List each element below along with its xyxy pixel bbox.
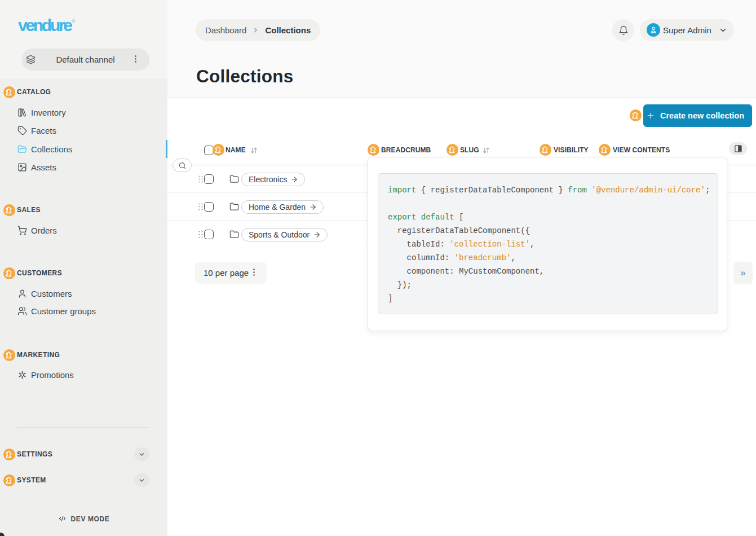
svg-text:®: ® [72,19,76,24]
svg-text:vendure: vendure [18,16,72,34]
